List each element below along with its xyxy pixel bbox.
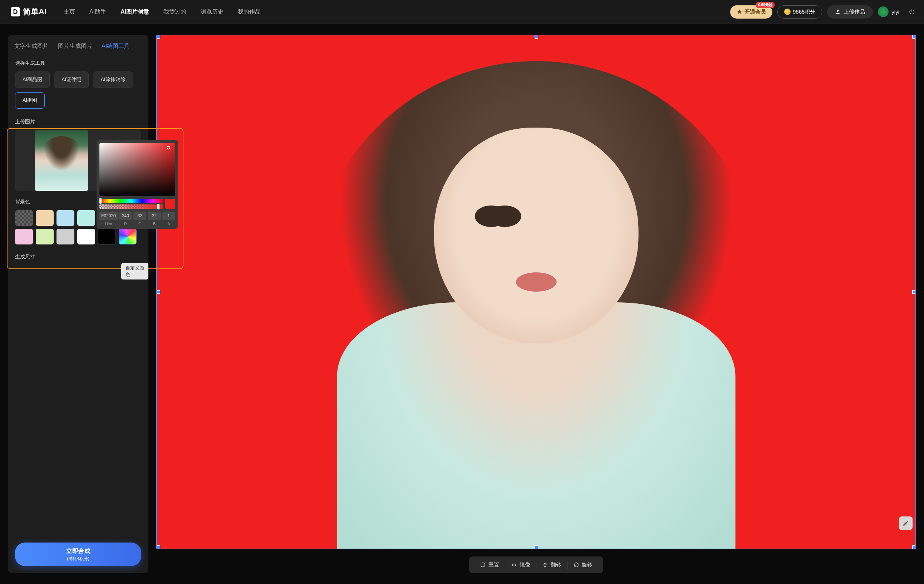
section-tools: 选择生成工具 AI商品图 AI证件照 AI涂抹消除 AI抠图 — [8, 55, 148, 114]
handle-bot-mid[interactable] — [535, 545, 538, 549]
app-header: D 简单AI 主页 AI助手 AI图片创意 我赞过的 浏览历史 我的作品 开通会… — [0, 0, 924, 24]
username: yiyi — [891, 9, 899, 15]
vip-icon — [737, 9, 742, 15]
swatch-mint[interactable] — [77, 210, 95, 226]
handle-mid-right[interactable] — [912, 290, 916, 294]
swatch-beige[interactable] — [36, 210, 54, 226]
hex-label: Hex — [105, 222, 112, 226]
alpha-thumb[interactable] — [157, 204, 160, 209]
custom-color-tooltip: 自定义颜色 — [121, 263, 148, 280]
handle-top-mid[interactable] — [535, 35, 538, 39]
tb-mirror-label: 镜像 — [520, 561, 530, 568]
swatch-gray[interactable] — [56, 229, 74, 245]
color-picker: Hex R G B A — [97, 140, 178, 229]
swatch-black[interactable] — [98, 229, 116, 245]
tb-rotate[interactable]: 旋转 — [568, 560, 598, 570]
hex-input[interactable] — [99, 212, 118, 220]
header-actions: 开通会员 0.99元起 9668积分 上传作品 yiyi — [730, 5, 915, 18]
handle-top-left[interactable] — [157, 35, 160, 39]
power-icon[interactable] — [909, 8, 915, 15]
upload-icon — [835, 9, 841, 15]
upload-works-button[interactable]: 上传作品 — [827, 5, 873, 18]
main-nav: 主页 AI助手 AI图片创意 我赞过的 浏览历史 我的作品 — [64, 8, 261, 16]
nav-liked[interactable]: 我赞过的 — [163, 8, 186, 16]
subject-image[interactable] — [252, 35, 821, 549]
handle-bot-left[interactable] — [157, 545, 160, 549]
uploaded-thumbnail[interactable] — [35, 130, 88, 191]
saturation-cursor[interactable] — [167, 146, 170, 150]
nav-assistant[interactable]: AI助手 — [89, 8, 106, 16]
swatch-pink[interactable] — [15, 229, 33, 245]
tab-image-to-image[interactable]: 图片生成图片 — [58, 39, 92, 55]
a-label: A — [167, 222, 170, 226]
vip-badge: 0.99元起 — [756, 2, 774, 8]
points-label: 9668积分 — [793, 8, 815, 15]
canvas-toolbar: 重置 镜像 翻转 旋转 — [156, 556, 916, 573]
tb-reset-label: 重置 — [488, 561, 499, 568]
tb-flip[interactable]: 翻转 — [536, 560, 567, 570]
tb-rotate-label: 旋转 — [582, 561, 592, 568]
pencil-icon — [903, 520, 909, 526]
mirror-icon — [511, 562, 517, 568]
nav-history[interactable]: 浏览历史 — [201, 8, 223, 16]
g-label: G — [139, 222, 142, 226]
tool-product[interactable]: AI商品图 — [15, 71, 50, 88]
swatch-lightblue[interactable] — [56, 210, 74, 226]
size-title: 生成尺寸 — [15, 254, 141, 260]
points-button[interactable]: 9668积分 — [777, 5, 822, 18]
tool-cutout[interactable]: AI抠图 — [15, 92, 45, 109]
upload-title: 上传图片 — [15, 118, 141, 125]
tab-text-to-image[interactable]: 文字生成图片 — [14, 39, 49, 55]
generate-button[interactable]: 立即合成 (消耗4积分) — [15, 543, 141, 566]
tb-mirror[interactable]: 镜像 — [505, 560, 536, 570]
tb-flip-label: 翻转 — [551, 561, 561, 568]
generate-cost: (消耗4积分) — [19, 556, 137, 562]
tool-erase[interactable]: AI涂抹消除 — [93, 71, 133, 88]
handle-bot-right[interactable] — [912, 545, 916, 549]
b-label: B — [153, 222, 155, 226]
reset-icon — [480, 562, 486, 568]
handle-mid-left[interactable] — [157, 290, 160, 294]
hue-thumb[interactable] — [99, 198, 102, 204]
canvas[interactable] — [156, 35, 916, 549]
swatch-custom[interactable] — [119, 229, 137, 245]
generate-label: 立即合成 — [19, 547, 137, 555]
swatch-transparent[interactable] — [15, 210, 33, 226]
r-input[interactable] — [119, 212, 132, 220]
swatch-lime[interactable] — [36, 229, 54, 245]
vip-button-label: 开通会员 — [744, 8, 766, 15]
canvas-area: 重置 镜像 翻转 旋转 — [156, 35, 916, 573]
rotate-icon — [573, 562, 579, 568]
coin-icon — [784, 8, 790, 15]
edit-fab[interactable] — [899, 517, 912, 530]
alpha-slider[interactable] — [99, 204, 163, 209]
brand-logo-icon: D — [11, 7, 20, 16]
nav-home[interactable]: 主页 — [64, 8, 75, 16]
tb-reset[interactable]: 重置 — [474, 560, 505, 570]
handle-top-right[interactable] — [912, 35, 916, 39]
a-input[interactable] — [162, 212, 175, 220]
nav-image-creative[interactable]: AI图片创意 — [120, 8, 149, 16]
main-area: 文字生成图片 图片生成图片 AI绘图工具 选择生成工具 AI商品图 AI证件照 … — [0, 24, 924, 584]
brand-logo[interactable]: D 简单AI — [11, 7, 46, 17]
swatch-white[interactable] — [77, 229, 95, 245]
g-input[interactable] — [134, 212, 146, 220]
vip-button[interactable]: 开通会员 0.99元起 — [730, 5, 772, 18]
b-input[interactable] — [148, 212, 160, 220]
brand-name: 简单AI — [23, 7, 46, 17]
saturation-area[interactable] — [99, 143, 175, 196]
tool-id-photo[interactable]: AI证件照 — [54, 71, 89, 88]
tab-drawing-tools[interactable]: AI绘图工具 — [102, 39, 130, 55]
color-preview — [165, 199, 175, 209]
upload-button-label: 上传作品 — [843, 8, 865, 15]
nav-works[interactable]: 我的作品 — [238, 8, 261, 16]
sidebar: 文字生成图片 图片生成图片 AI绘图工具 选择生成工具 AI商品图 AI证件照 … — [8, 35, 148, 573]
tools-title: 选择生成工具 — [15, 60, 141, 66]
r-label: R — [124, 222, 127, 226]
hue-slider[interactable] — [99, 199, 163, 203]
sidebar-tabs: 文字生成图片 图片生成图片 AI绘图工具 — [8, 35, 148, 55]
user-menu[interactable]: yiyi — [878, 7, 899, 17]
avatar — [878, 7, 889, 17]
flip-icon — [542, 562, 548, 568]
